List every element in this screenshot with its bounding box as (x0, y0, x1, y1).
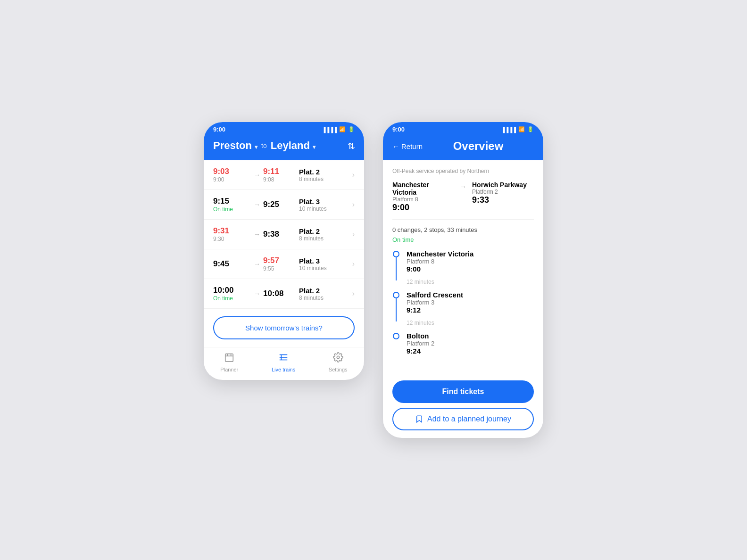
status-icons-right: ▐▐▐▐ 📶 🔋 (501, 126, 534, 132)
battery-icon: 🔋 (348, 126, 355, 132)
to-station: Horwich Parkway Platform 2 9:33 (472, 181, 534, 205)
bottom-btn-area: Show tomorrow's trains? (204, 308, 364, 347)
duration-label: 10 minutes (299, 265, 352, 272)
stop-time: 9:00 (407, 265, 534, 273)
stop-circle (393, 292, 399, 298)
to-platform: Platform 2 (472, 189, 534, 195)
find-tickets-button[interactable]: Find tickets (392, 380, 534, 403)
route-to[interactable]: Leyland ▾ (271, 140, 315, 152)
tab-planner-label: Planner (220, 367, 238, 372)
route-arrow: → (254, 290, 260, 297)
platform-col: Plat. 3 10 minutes (291, 198, 352, 212)
to-station-name: Horwich Parkway (472, 181, 534, 189)
back-arrow-icon: ← (392, 142, 399, 150)
depart-scheduled: 9:00 (213, 176, 251, 183)
live-trains-icon (278, 352, 289, 365)
depart-col: 9:03 9:00 (213, 167, 251, 183)
platform-col: Plat. 3 10 minutes (291, 257, 352, 272)
left-header: Preston ▾ to Leyland ▾ ⇄ (204, 135, 364, 160)
arrive-time: 9:57 (263, 256, 291, 265)
nav-arrow: › (352, 200, 355, 209)
stop-line (396, 257, 397, 280)
platform-label: Plat. 2 (299, 168, 352, 176)
stop-platform: Platform 8 (407, 258, 534, 265)
wifi-icon: 📶 (339, 126, 346, 132)
table-row[interactable]: 9:15 On time → 9:25 Plat. 3 10 minutes › (204, 190, 364, 220)
bookmark-icon (415, 415, 423, 423)
settings-icon (333, 352, 343, 365)
list-item: Salford Crescent Platform 3 9:12 (392, 291, 534, 321)
battery-icon: 🔋 (527, 126, 534, 132)
route-from[interactable]: Preston ▾ (213, 140, 257, 152)
journey-meta: 0 changes, 2 stops, 33 minutes (392, 226, 534, 233)
platform-label: Plat. 3 (299, 198, 352, 206)
route-header: Preston ▾ to Leyland ▾ ⇄ (213, 140, 355, 152)
planner-icon (224, 352, 234, 365)
add-journey-button[interactable]: Add to a planned journey (392, 408, 534, 430)
depart-scheduled: 9:30 (213, 236, 251, 242)
route-arrow: → (254, 231, 260, 238)
platform-label: Plat. 3 (299, 257, 352, 265)
table-row[interactable]: 10:00 On time → 10:08 Plat. 2 8 minutes … (204, 279, 364, 308)
overview-title: Overview (423, 140, 534, 153)
to-dropdown-arrow[interactable]: ▾ (313, 144, 315, 150)
tab-bar: Planner Live trains (204, 347, 364, 380)
depart-status: On time (213, 295, 251, 302)
from-platform: Platform 8 (392, 196, 454, 203)
list-item: Manchester Victoria Platform 8 9:00 (392, 250, 534, 280)
route-arrow: → (254, 260, 260, 268)
tab-live-trains-label: Live trains (272, 367, 295, 372)
depart-time: 10:00 (213, 286, 251, 295)
duration-label: 10 minutes (299, 206, 352, 212)
tab-settings[interactable]: Settings (329, 352, 348, 372)
tab-live-trains[interactable]: Live trains (272, 352, 295, 372)
on-time-badge: On time (392, 236, 534, 243)
stop-name: Bolton (407, 332, 534, 340)
nav-arrow: › (352, 289, 355, 298)
tab-settings-label: Settings (329, 367, 348, 372)
journey-direction-arrow: → (460, 181, 466, 190)
tab-planner[interactable]: Planner (220, 352, 238, 372)
nav-arrow: › (352, 260, 355, 268)
route-arrow: → (254, 201, 260, 208)
stop-time: 9:12 (407, 306, 534, 314)
arrive-scheduled: 9:55 (263, 265, 291, 272)
table-row[interactable]: 9:45 → 9:57 9:55 Plat. 3 10 minutes › (204, 249, 364, 279)
overview-header: ← Return Overview (383, 135, 543, 160)
table-row[interactable]: 9:03 9:00 → 9:11 9:08 Plat. 2 8 minutes … (204, 160, 364, 190)
nav-arrow: › (352, 171, 355, 179)
show-tomorrow-button[interactable]: Show tomorrow's trains? (213, 316, 355, 339)
back-button[interactable]: ← Return (392, 142, 423, 150)
stop-info: Manchester Victoria Platform 8 9:00 (407, 250, 534, 280)
signal-icon: ▐▐▐▐ (322, 127, 337, 132)
platform-col: Plat. 2 8 minutes (291, 227, 352, 242)
stop-time: 9:24 (407, 347, 534, 355)
stop-name: Salford Crescent (407, 291, 534, 299)
from-dropdown-arrow[interactable]: ▾ (255, 144, 257, 150)
arrive-scheduled: 9:08 (263, 176, 291, 183)
right-phone: 9:00 ▐▐▐▐ 📶 🔋 ← Return Overview Off-Peak… (383, 122, 543, 438)
signal-icon: ▐▐▐▐ (501, 127, 516, 132)
wifi-icon: 📶 (518, 126, 525, 132)
stops-list: Manchester Victoria Platform 8 9:00 12 m… (392, 250, 534, 362)
depart-col: 9:45 (213, 259, 251, 269)
from-station-name: Manchester Victoria (392, 181, 454, 196)
depart-col: 9:31 9:30 (213, 226, 251, 242)
stop-name: Manchester Victoria (407, 250, 534, 258)
depart-col: 9:15 On time (213, 197, 251, 213)
depart-col: 10:00 On time (213, 286, 251, 302)
phones-container: 9:00 ▐▐▐▐ 📶 🔋 Preston ▾ to Leyland ▾ ⇄ (204, 122, 543, 438)
arrive-time: 10:08 (263, 289, 291, 298)
swap-icon[interactable]: ⇄ (346, 142, 357, 149)
duration-label: 8 minutes (299, 235, 352, 242)
stop-circle (393, 251, 399, 257)
from-station: Manchester Victoria Platform 8 9:00 (392, 181, 454, 213)
depart-time: 9:15 (213, 197, 251, 206)
platform-label: Plat. 2 (299, 227, 352, 235)
arrive-time: 9:11 (263, 167, 291, 176)
depart-time: 9:45 (213, 259, 251, 269)
duration-label: 8 minutes (299, 176, 352, 182)
status-time-left: 9:00 (213, 126, 225, 133)
table-row[interactable]: 9:31 9:30 → 9:38 Plat. 2 8 minutes › (204, 220, 364, 249)
stop-circle (393, 333, 399, 339)
